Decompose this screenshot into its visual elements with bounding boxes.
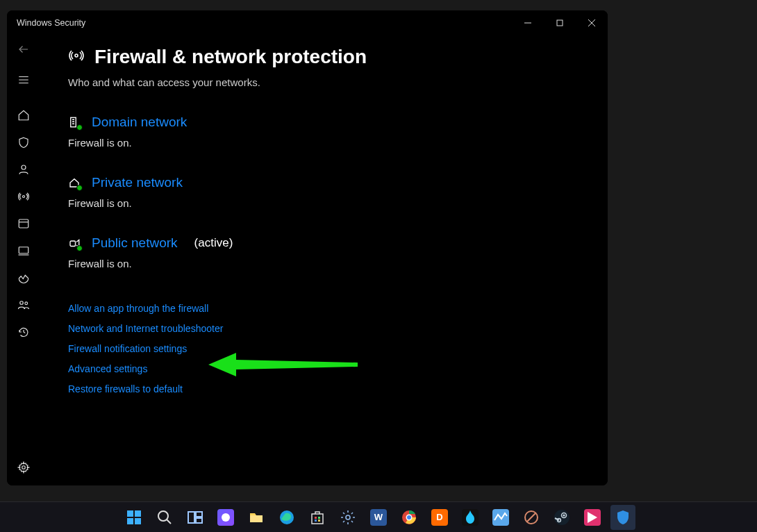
svg-rect-26 (127, 518, 133, 524)
maximize-button[interactable] (544, 10, 576, 35)
svg-rect-27 (135, 518, 141, 524)
taskbar-app-monitor-icon[interactable] (488, 505, 513, 530)
content-area: Firewall & network protection Who and wh… (40, 35, 608, 485)
sidebar (7, 35, 40, 485)
settings-icon[interactable] (17, 460, 31, 474)
status-ok-icon (76, 124, 83, 131)
svg-rect-39 (315, 519, 317, 522)
svg-rect-24 (127, 510, 133, 517)
svg-point-28 (158, 511, 168, 521)
firewall-header-icon (68, 47, 85, 67)
public-network-icon (68, 237, 81, 249)
svg-rect-40 (318, 519, 320, 522)
svg-point-8 (22, 165, 26, 169)
windows-settings-icon[interactable] (335, 505, 360, 530)
svg-point-44 (407, 515, 411, 519)
performance-icon[interactable] (17, 271, 31, 285)
family-icon[interactable] (17, 298, 31, 312)
hamburger-icon[interactable] (17, 73, 31, 87)
device-icon[interactable] (17, 244, 31, 258)
svg-point-9 (23, 196, 25, 198)
notifications-link[interactable]: Firewall notification settings (68, 343, 608, 354)
file-explorer-icon[interactable] (244, 505, 269, 530)
history-icon[interactable] (17, 325, 31, 339)
taskbar-app-orange-icon[interactable]: D (427, 505, 452, 530)
taskbar: W D (0, 501, 757, 532)
domain-network-link[interactable]: Domain network (92, 115, 187, 130)
svg-point-33 (222, 513, 230, 522)
svg-point-15 (25, 302, 28, 305)
taskbar-chat-icon[interactable] (213, 505, 238, 530)
svg-rect-34 (250, 515, 263, 522)
troubleshooter-link[interactable]: Network and Internet troubleshooter (68, 323, 608, 334)
taskbar-app-pink-icon[interactable] (580, 505, 605, 530)
private-network-icon (68, 176, 81, 189)
private-network-section: Private network Firewall is on. (68, 175, 608, 209)
svg-rect-18 (71, 117, 76, 127)
firewall-icon[interactable] (17, 190, 31, 203)
svg-rect-1 (557, 20, 563, 26)
svg-rect-12 (19, 247, 28, 253)
shield-icon[interactable] (17, 135, 31, 149)
word-icon[interactable]: W (366, 505, 391, 530)
svg-line-46 (527, 513, 535, 522)
domain-network-icon (68, 116, 81, 128)
steam-icon[interactable] (549, 505, 574, 530)
home-icon[interactable] (17, 108, 31, 122)
svg-point-14 (20, 301, 24, 305)
edge-icon[interactable] (274, 505, 299, 530)
public-network-active: (active) (194, 236, 233, 250)
windows-security-window: Windows Security (7, 10, 608, 485)
status-ok-icon (76, 185, 83, 191)
svg-point-41 (346, 515, 350, 519)
public-network-status: Firewall is on. (68, 258, 608, 269)
public-network-link[interactable]: Public network (92, 235, 178, 251)
close-button[interactable] (576, 10, 608, 35)
svg-rect-32 (196, 518, 202, 523)
svg-rect-37 (315, 517, 317, 519)
svg-rect-38 (318, 517, 320, 519)
svg-rect-36 (312, 514, 323, 524)
svg-point-16 (22, 466, 26, 469)
svg-rect-31 (196, 512, 202, 517)
task-view-button[interactable] (183, 505, 208, 530)
app-browser-icon[interactable] (17, 217, 31, 231)
search-button[interactable] (152, 505, 177, 530)
domain-network-status: Firewall is on. (68, 137, 608, 149)
taskbar-app-flame-icon[interactable] (458, 505, 483, 530)
back-icon[interactable] (17, 42, 31, 56)
svg-point-49 (563, 514, 565, 516)
status-ok-icon (76, 245, 83, 251)
page-title: Firewall & network protection (94, 46, 367, 68)
window-title: Windows Security (17, 18, 85, 28)
titlebar: Windows Security (7, 10, 608, 35)
svg-rect-25 (135, 510, 141, 517)
restore-link[interactable]: Restore firewalls to default (68, 383, 608, 394)
minimize-button[interactable] (512, 10, 544, 35)
private-network-link[interactable]: Private network (92, 175, 183, 190)
microsoft-store-icon[interactable] (305, 505, 330, 530)
svg-rect-10 (19, 219, 28, 228)
windows-security-taskbar-icon[interactable] (610, 505, 635, 530)
svg-marker-51 (588, 512, 597, 523)
chrome-icon[interactable] (397, 505, 422, 530)
allow-app-link[interactable]: Allow an app through the firewall (68, 303, 608, 314)
account-icon[interactable] (17, 163, 31, 176)
svg-point-17 (75, 54, 78, 57)
start-button[interactable] (122, 505, 147, 530)
domain-network-section: Domain network Firewall is on. (68, 115, 608, 149)
svg-rect-30 (188, 512, 194, 523)
private-network-status: Firewall is on. (68, 197, 608, 209)
advanced-link[interactable]: Advanced settings (68, 363, 608, 374)
svg-line-29 (167, 519, 171, 524)
public-network-section: Public network (active) Firewall is on. (68, 235, 608, 269)
page-subtitle: Who and what can access your networks. (68, 76, 608, 88)
taskbar-app-disabled-icon[interactable] (519, 505, 544, 530)
svg-rect-22 (70, 241, 76, 247)
